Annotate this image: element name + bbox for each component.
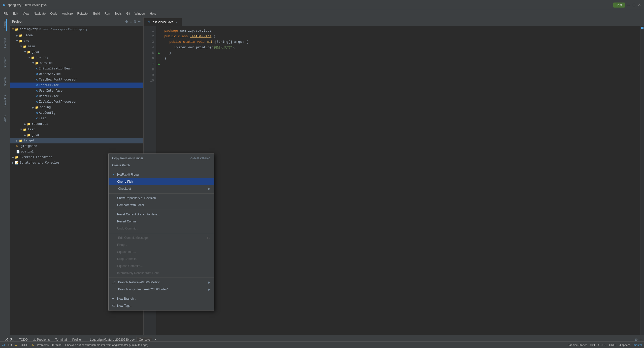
status-indent[interactable]: 4 spaces xyxy=(619,343,630,346)
ctx-branch-origin-feature-label: Branch 'origin/feature-20230630-dev' xyxy=(118,288,168,291)
tree-item-spring[interactable]: ▶ 📁 spring xyxy=(10,105,143,110)
run-config-button[interactable]: Test xyxy=(613,3,625,8)
project-settings-icon[interactable]: ⚙ xyxy=(125,20,128,24)
main-layout: Project Commit Structure Search Favorite… xyxy=(0,17,644,335)
right-gutter xyxy=(640,26,644,335)
ctx-squash-into: Squash Into... xyxy=(109,248,214,255)
git-tab-label: Git xyxy=(10,338,13,341)
tree-item-order-service[interactable]: C OrderService xyxy=(10,71,143,77)
tree-item-zzy-value-post[interactable]: C ZzyValuePostProcessor xyxy=(10,99,143,105)
code-editor: 12345 678910 ▶ ▶ package com.zzy.service… xyxy=(144,26,644,335)
ctx-copy-revision[interactable]: Copy Revision Number Ctrl+Alt+Shift+C xyxy=(109,155,214,162)
tree-item-test-bean-post[interactable]: C TestBeanPostProcessor xyxy=(10,77,143,83)
menu-item-view[interactable]: View xyxy=(21,11,31,16)
tree-item-src[interactable]: ▼ 📁 src xyxy=(10,38,143,44)
menu-item-build[interactable]: Build xyxy=(91,11,102,16)
status-problems-icon[interactable]: ⚠ xyxy=(31,343,34,346)
git-tab-icon: ⎇ xyxy=(5,338,8,341)
menu-item-help[interactable]: Help xyxy=(148,11,158,16)
project-sort-icon[interactable]: ≡ xyxy=(130,20,132,24)
editor-tab-label: TestService.java xyxy=(151,20,173,24)
tree-item-main[interactable]: ▼ 📁 main xyxy=(10,44,143,49)
git-log-title: Log: origin/feature-20230630-dev xyxy=(90,338,135,341)
ctx-compare-local[interactable]: Compare with Local xyxy=(109,202,214,209)
ctx-cherry-pick[interactable]: Cherry-Pick xyxy=(109,178,214,185)
tree-item-user-interface[interactable]: C UserInterface xyxy=(10,88,143,94)
minimize-button[interactable]: ─ xyxy=(627,3,630,7)
menu-item-navigate[interactable]: Navigate xyxy=(32,11,48,16)
problems-icon: ⚠ xyxy=(33,338,36,341)
code-content[interactable]: package com.zzy.service; public class Te… xyxy=(161,26,640,335)
status-branch[interactable]: master xyxy=(633,343,642,346)
ctx-reset-branch-label: Reset Current Branch to Here... xyxy=(117,213,160,216)
status-encoding[interactable]: UTF-8 xyxy=(598,343,606,346)
menu-item-edit[interactable]: Edit xyxy=(11,11,20,16)
editor-tab-close[interactable]: ✕ xyxy=(176,21,178,24)
ctx-new-tag[interactable]: 🏷 New Tag... xyxy=(109,302,214,309)
project-panel-header: Project ⚙ ≡ ⇅ ⋯ xyxy=(10,17,143,26)
tree-item-initialization-bean[interactable]: C InitializationBean xyxy=(10,66,143,71)
status-line-sep[interactable]: CRLF xyxy=(609,343,617,346)
status-line-col[interactable]: 10:1 xyxy=(590,343,595,346)
tree-item-test-java[interactable]: ▶ 📁 java xyxy=(10,132,143,138)
console-close[interactable]: ✕ xyxy=(154,338,157,341)
menu-item-file[interactable]: File xyxy=(2,11,10,16)
menu-item-git[interactable]: Git xyxy=(124,11,132,16)
status-terminal-label[interactable]: Terminal xyxy=(52,343,62,346)
tree-item-idea[interactable]: ▶ 📁 .idea xyxy=(10,33,143,38)
project-expand-icon[interactable]: ⇅ xyxy=(133,20,136,24)
ctx-checkout[interactable]: Checkout ▶ xyxy=(109,185,214,192)
editor-tab-test-service[interactable]: C TestService.java ✕ xyxy=(144,18,182,26)
ctx-hotfix[interactable]: ✓ HotFix: 修复bug xyxy=(109,171,214,178)
ctx-new-branch[interactable]: + New Branch... xyxy=(109,295,214,302)
menu-item-window[interactable]: Window xyxy=(133,11,147,16)
settings-icon[interactable]: ⚙ xyxy=(635,338,638,342)
sidebar-favorites-tab[interactable]: Favorites xyxy=(4,93,7,108)
tree-item-user-service[interactable]: C UserService xyxy=(10,94,143,99)
status-todo-label[interactable]: TODO xyxy=(20,343,28,346)
menu-item-run[interactable]: Run xyxy=(103,11,112,16)
editor-tabs: C TestService.java ✕ xyxy=(144,17,644,26)
ctx-branch-feature[interactable]: ⎇ Branch 'feature-20230630-dev' ▶ xyxy=(109,279,214,286)
run-btn-5[interactable]: ▶ xyxy=(156,50,161,56)
run-btn-7[interactable]: ▶ xyxy=(156,61,161,67)
sidebar-search-tab[interactable]: Search xyxy=(4,75,7,88)
sidebar-project-tab[interactable]: Project xyxy=(3,19,7,31)
tree-item-test-class[interactable]: C Test xyxy=(10,116,143,121)
minimize-panel-icon[interactable]: ─ xyxy=(639,338,642,342)
menu-item-code[interactable]: Code xyxy=(48,11,59,16)
status-git-label[interactable]: Git xyxy=(8,343,12,346)
sidebar-commit-tab[interactable]: Commit xyxy=(4,36,7,50)
status-problems-label[interactable]: Problems xyxy=(37,343,49,346)
project-gear-icon[interactable]: ⋯ xyxy=(138,20,141,24)
menu-item-refactor[interactable]: Refactor xyxy=(75,11,91,16)
ctx-revert-commit[interactable]: Revert Commit xyxy=(109,218,214,225)
tree-item-service[interactable]: ▼ 📁 service xyxy=(10,60,143,66)
ctx-create-patch[interactable]: Create Patch... xyxy=(109,162,214,169)
tree-item-target[interactable]: ▶ 📁 target xyxy=(10,138,143,143)
tree-item-app-config[interactable]: C AppConfig xyxy=(10,110,143,116)
maximize-button[interactable]: □ xyxy=(633,3,635,7)
tree-item-com-zzy[interactable]: ▼ 📁 com.zzy xyxy=(10,55,143,60)
menu-item-tools[interactable]: Tools xyxy=(113,11,124,16)
tree-item-test-folder[interactable]: ▼ 📁 test xyxy=(10,127,143,132)
tree-item-root[interactable]: ▼ 📁 spring-zzy D:\work\workspace2\spring… xyxy=(10,26,143,33)
sidebar-structure-tab[interactable]: Structure xyxy=(4,55,7,70)
ctx-show-repo[interactable]: Show Repository at Revision xyxy=(109,195,214,202)
ctx-edit-shortcut: F2 xyxy=(207,236,210,239)
tree-item-gitignore[interactable]: ⚑ .gitignore xyxy=(10,143,143,149)
close-button[interactable]: ✕ xyxy=(638,3,641,7)
sidebar-aws-tab[interactable]: AWS xyxy=(4,113,7,124)
menu-item-analyze[interactable]: Analyze xyxy=(60,11,75,16)
git-status-icon[interactable]: ⎇ xyxy=(2,343,5,346)
ctx-checkout-arrow: ▶ xyxy=(208,187,210,190)
tree-item-test-service[interactable]: C TestService xyxy=(10,83,143,88)
tree-item-java-folder[interactable]: ▼ 📁 java xyxy=(10,49,143,55)
tree-root-name: spring-zzy xyxy=(20,28,38,31)
ctx-reset-branch[interactable]: Reset Current Branch to Here... xyxy=(109,211,214,218)
tree-item-resources[interactable]: ▶ 📁 resources xyxy=(10,121,143,127)
status-todo-icon[interactable]: ☰ xyxy=(15,343,17,346)
status-tabnine[interactable]: Tabnine Starter xyxy=(568,343,587,346)
ctx-cherry-pick-label: Cherry-Pick xyxy=(117,180,133,183)
ctx-branch-origin-feature[interactable]: ⎇ Branch 'origin/feature-20230630-dev' ▶ xyxy=(109,286,214,293)
